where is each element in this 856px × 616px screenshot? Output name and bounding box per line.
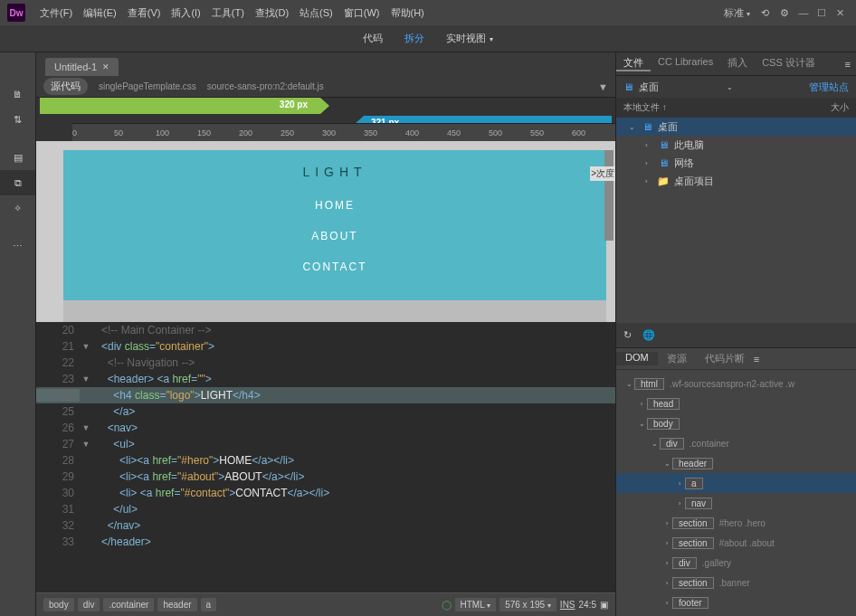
dom-row[interactable]: ›head xyxy=(616,393,856,413)
refresh-icon[interactable]: ↻ xyxy=(623,329,632,341)
dom-tree[interactable]: ⌄html.wf-sourcesanspro-n2-active .w›head… xyxy=(616,370,856,616)
window-maximize-button[interactable]: ☐ xyxy=(813,7,831,19)
dom-row[interactable]: ⌄html.wf-sourcesanspro-n2-active .w xyxy=(616,374,856,393)
files-location: 🖥 桌面 ⌄ 管理站点 xyxy=(616,76,856,98)
code-line[interactable]: 24 <h4 class="logo">LIGHT</h4> xyxy=(36,387,615,403)
breadcrumb-item[interactable]: .container xyxy=(103,598,154,611)
files-tree[interactable]: ⌄🖥桌面›🖥此电脑›🖥网络›📁桌面项目 xyxy=(616,118,856,190)
code-line[interactable]: 20 <!-- Main Container --> xyxy=(36,322,615,338)
menu-item[interactable]: 插入(I) xyxy=(166,7,205,18)
panel-menu-icon[interactable]: ≡ xyxy=(840,59,856,70)
preview-nav-link: CONTACT xyxy=(63,251,606,282)
code-line[interactable]: 31 </ul> xyxy=(36,501,615,517)
preview-icon[interactable]: ▣ xyxy=(600,600,608,610)
preview-hint: >次度 xyxy=(590,166,615,181)
sync-icon[interactable]: ⟲ xyxy=(756,7,775,19)
doctype-selector[interactable]: HTML ▾ xyxy=(455,598,497,611)
dom-tab[interactable]: 资源 xyxy=(658,352,696,365)
filter-icon[interactable]: ▼ xyxy=(598,81,608,92)
tree-row[interactable]: ›📁桌面项目 xyxy=(616,172,856,190)
breadcrumb-item[interactable]: div xyxy=(78,598,100,611)
dom-tab[interactable]: DOM xyxy=(616,352,658,365)
menu-item[interactable]: 站点(S) xyxy=(294,7,338,18)
related-files-bar: 源代码 singlePageTemplate.css source-sans-p… xyxy=(36,76,615,98)
close-icon[interactable]: ✕ xyxy=(102,62,109,71)
code-line[interactable]: 28 <li><a href="#hero">HOME</a></li> xyxy=(36,452,615,469)
settings-gear-icon[interactable]: ⚙ xyxy=(775,7,794,19)
code-line[interactable]: 33 </header> xyxy=(36,534,615,550)
dom-row[interactable]: ›div.gallery xyxy=(616,553,856,573)
breadcrumb-item[interactable]: a xyxy=(201,598,217,611)
workspace-selector[interactable]: 标准▾ xyxy=(718,6,756,20)
viewbar: 代码 拆分 实时视图 ▾ xyxy=(0,25,856,52)
dom-row[interactable]: ›section#about .about xyxy=(616,533,856,553)
code-line[interactable]: 29 <li><a href="#about">ABOUT</a></li> xyxy=(36,469,615,485)
view-split-button[interactable]: 拆分 xyxy=(394,32,435,45)
status-bar: bodydiv.containerheadera ◯ HTML ▾ 576 x … xyxy=(36,592,615,616)
panel-tab[interactable]: 文件 xyxy=(616,56,651,71)
menu-item[interactable]: 窗口(W) xyxy=(338,7,385,18)
panel-tab[interactable]: CSS 设计器 xyxy=(755,56,823,71)
dom-row[interactable]: ›section.banner xyxy=(616,573,856,592)
code-line[interactable]: 26▼ <nav> xyxy=(36,420,615,436)
menu-item[interactable]: 查看(V) xyxy=(122,7,166,18)
tree-row[interactable]: ›🖥网络 xyxy=(616,154,856,172)
insert-mode[interactable]: INS xyxy=(560,600,575,610)
viewport-size-selector[interactable]: 576 x 195 ▾ xyxy=(499,598,556,611)
files-columns: 本地文件 ↑大小 xyxy=(616,98,856,118)
breadcrumb-item[interactable]: header xyxy=(157,598,196,611)
files-panel-tabs: 文件CC Libraries插入CSS 设计器 ≡ xyxy=(616,52,856,76)
code-line[interactable]: 22 <!-- Navigation --> xyxy=(36,355,615,371)
tool-expand-icon[interactable]: ▤ xyxy=(0,145,35,170)
document-tab[interactable]: Untitled-1 ✕ xyxy=(45,58,119,76)
menu-item[interactable]: 查找(D) xyxy=(250,7,294,18)
code-line[interactable]: 30 <li> <a href="#contact">CONTACT</a></… xyxy=(36,485,615,501)
window-close-button[interactable]: ✕ xyxy=(831,7,849,19)
breadcrumb-item[interactable]: body xyxy=(43,598,74,611)
tree-row[interactable]: ›🖥此电脑 xyxy=(616,136,856,154)
live-preview[interactable]: LIGHT HOME ABOUT CONTACT >次度 xyxy=(36,141,615,322)
dom-row[interactable]: ›section#hero .hero xyxy=(616,513,856,533)
menu-item[interactable]: 帮助(H) xyxy=(385,7,430,18)
code-editor[interactable]: 20 <!-- Main Container -->21▼ <div class… xyxy=(36,322,615,592)
menu-item[interactable]: 工具(T) xyxy=(206,7,250,18)
dom-panel-tabs: DOM资源代码片断 ≡ xyxy=(616,348,856,370)
desktop-icon: 🖥 xyxy=(623,81,633,92)
dom-row[interactable]: ⌄header xyxy=(616,453,856,473)
view-live-button[interactable]: 实时视图 ▾ xyxy=(435,32,503,45)
related-file[interactable]: source-sans-pro:n2:default.js xyxy=(207,81,324,91)
location-name[interactable]: 桌面 xyxy=(639,81,659,94)
panel-menu-icon[interactable]: ≡ xyxy=(754,354,759,365)
source-code-button[interactable]: 源代码 xyxy=(43,78,88,95)
tool-more-icon[interactable]: ⋯ xyxy=(0,233,35,259)
dom-row[interactable]: ›footer xyxy=(616,592,856,612)
code-line[interactable]: 23▼ <header> <a href=""> xyxy=(36,371,615,387)
dom-row[interactable]: ›nav xyxy=(616,493,856,513)
tool-manage-icon[interactable]: ⇅ xyxy=(0,107,35,132)
code-line[interactable]: 27▼ <ul> xyxy=(36,436,615,452)
menu-item[interactable]: 文件(F) xyxy=(34,7,78,18)
cursor-position: 24:5 xyxy=(579,600,596,610)
dom-row[interactable]: +›a xyxy=(616,473,856,493)
menubar: Dw 文件(F)编辑(E)查看(V)插入(I)工具(T)查找(D)站点(S)窗口… xyxy=(0,0,856,25)
window-minimize-button[interactable]: — xyxy=(794,7,813,18)
menu-item[interactable]: 编辑(E) xyxy=(78,7,122,18)
related-file[interactable]: singlePageTemplate.css xyxy=(99,81,196,91)
tool-live-icon[interactable]: ⧉ xyxy=(0,170,35,195)
panel-tab[interactable]: 插入 xyxy=(720,56,755,71)
tool-inspect-icon[interactable]: ✧ xyxy=(0,195,35,221)
preview-scrollbar[interactable] xyxy=(604,150,613,241)
view-code-button[interactable]: 代码 xyxy=(352,32,394,45)
code-line[interactable]: 32 </nav> xyxy=(36,517,615,534)
globe-icon[interactable]: 🌐 xyxy=(642,329,655,341)
dom-tab[interactable]: 代码片断 xyxy=(696,352,754,365)
dom-row[interactable]: ⌄div.container xyxy=(616,433,856,453)
panel-tab[interactable]: CC Libraries xyxy=(651,56,720,71)
code-line[interactable]: 25 </a> xyxy=(36,403,615,420)
tool-file-icon[interactable]: 🗎 xyxy=(0,81,35,107)
tree-row[interactable]: ⌄🖥桌面 xyxy=(616,118,856,136)
dom-row[interactable]: ⌄body xyxy=(616,413,856,433)
code-line[interactable]: 21▼ <div class="container"> xyxy=(36,338,615,355)
manage-sites-link[interactable]: 管理站点 xyxy=(809,81,849,94)
media-query-segment-left[interactable]: 320 px xyxy=(40,98,320,114)
